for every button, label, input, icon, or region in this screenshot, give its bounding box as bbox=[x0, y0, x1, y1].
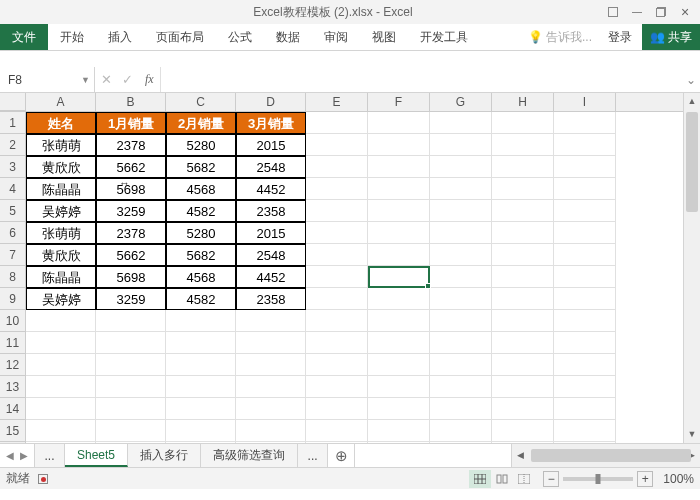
ribbon-tab-file[interactable]: 文件 bbox=[0, 24, 48, 50]
table-cell[interactable]: 4452 bbox=[236, 178, 306, 200]
sheet-nav-prev-icon[interactable]: ◀ bbox=[6, 450, 14, 461]
table-cell[interactable]: 4568 bbox=[166, 178, 236, 200]
row-header-11[interactable]: 11 bbox=[0, 332, 25, 354]
cell-H16[interactable] bbox=[492, 442, 554, 443]
row-header-10[interactable]: 10 bbox=[0, 310, 25, 332]
cell-I9[interactable] bbox=[554, 288, 616, 310]
row-header-15[interactable]: 15 bbox=[0, 420, 25, 442]
row-header-5[interactable]: 5 bbox=[0, 200, 25, 222]
cell-F16[interactable] bbox=[368, 442, 430, 443]
table-cell[interactable]: 张萌萌 bbox=[26, 134, 96, 156]
row-header-4[interactable]: 4 bbox=[0, 178, 25, 200]
cell-H2[interactable] bbox=[492, 134, 554, 156]
cell-G14[interactable] bbox=[430, 398, 492, 420]
zoom-out-button[interactable]: − bbox=[543, 471, 559, 487]
cell-C15[interactable] bbox=[166, 420, 236, 442]
cell-F10[interactable] bbox=[368, 310, 430, 332]
row-header-6[interactable]: 6 bbox=[0, 222, 25, 244]
cell-D12[interactable] bbox=[236, 354, 306, 376]
cell-C12[interactable] bbox=[166, 354, 236, 376]
table-cell[interactable]: 2548 bbox=[236, 156, 306, 178]
cell-E12[interactable] bbox=[306, 354, 368, 376]
cell-A16[interactable] bbox=[26, 442, 96, 443]
cell-A14[interactable] bbox=[26, 398, 96, 420]
cell-H9[interactable] bbox=[492, 288, 554, 310]
macro-record-icon[interactable] bbox=[38, 472, 48, 486]
row-header-3[interactable]: 3 bbox=[0, 156, 25, 178]
cell-I8[interactable] bbox=[554, 266, 616, 288]
cell-H14[interactable] bbox=[492, 398, 554, 420]
name-box[interactable]: F8▼ bbox=[0, 67, 95, 92]
cell-I5[interactable] bbox=[554, 200, 616, 222]
cell-E16[interactable] bbox=[306, 442, 368, 443]
cell-E3[interactable] bbox=[306, 156, 368, 178]
table-cell[interactable]: 5662 bbox=[96, 244, 166, 266]
cell-B12[interactable] bbox=[96, 354, 166, 376]
ribbon-tab-pagelayout[interactable]: 页面布局 bbox=[144, 24, 216, 50]
cells-grid[interactable]: 姓名1月销量2月销量3月销量张萌萌237852802015黄欣欣56625682… bbox=[26, 112, 683, 443]
cell-D14[interactable] bbox=[236, 398, 306, 420]
cell-E14[interactable] bbox=[306, 398, 368, 420]
zoom-in-button[interactable]: + bbox=[637, 471, 653, 487]
ribbon-options-icon[interactable] bbox=[602, 3, 624, 21]
table-cell[interactable]: 5280 bbox=[166, 134, 236, 156]
table-cell[interactable]: 3259 bbox=[96, 200, 166, 222]
cell-B15[interactable] bbox=[96, 420, 166, 442]
cell-F3[interactable] bbox=[368, 156, 430, 178]
cell-G11[interactable] bbox=[430, 332, 492, 354]
formula-bar[interactable] bbox=[160, 67, 682, 92]
column-header-F[interactable]: F bbox=[368, 93, 430, 111]
table-cell[interactable]: 5682 bbox=[166, 244, 236, 266]
cell-A15[interactable] bbox=[26, 420, 96, 442]
table-cell[interactable]: 陈晶晶 bbox=[26, 178, 96, 200]
cell-C11[interactable] bbox=[166, 332, 236, 354]
cell-F6[interactable] bbox=[368, 222, 430, 244]
cell-H11[interactable] bbox=[492, 332, 554, 354]
table-cell[interactable]: 3259 bbox=[96, 288, 166, 310]
fx-icon[interactable]: fx bbox=[139, 72, 160, 87]
cell-I3[interactable] bbox=[554, 156, 616, 178]
table-cell[interactable]: 5662 bbox=[96, 156, 166, 178]
table-cell[interactable]: 2378 bbox=[96, 134, 166, 156]
table-cell[interactable]: 2015 bbox=[236, 222, 306, 244]
cell-E8[interactable] bbox=[306, 266, 368, 288]
cell-F9[interactable] bbox=[368, 288, 430, 310]
column-header-B[interactable]: B bbox=[96, 93, 166, 111]
table-cell[interactable]: 4568 bbox=[166, 266, 236, 288]
cell-H10[interactable] bbox=[492, 310, 554, 332]
cell-E13[interactable] bbox=[306, 376, 368, 398]
cell-A13[interactable] bbox=[26, 376, 96, 398]
cell-G10[interactable] bbox=[430, 310, 492, 332]
cell-G12[interactable] bbox=[430, 354, 492, 376]
scroll-up-button[interactable]: ▲ bbox=[684, 93, 700, 110]
cell-F5[interactable] bbox=[368, 200, 430, 222]
cell-E10[interactable] bbox=[306, 310, 368, 332]
sheet-tab-1[interactable]: 插入多行 bbox=[128, 444, 201, 467]
cell-E5[interactable] bbox=[306, 200, 368, 222]
row-header-9[interactable]: 9 bbox=[0, 288, 25, 310]
scroll-thumb-h[interactable] bbox=[531, 449, 691, 462]
cell-F1[interactable] bbox=[368, 112, 430, 134]
cell-A11[interactable] bbox=[26, 332, 96, 354]
cell-H15[interactable] bbox=[492, 420, 554, 442]
cell-G16[interactable] bbox=[430, 442, 492, 443]
cell-I4[interactable] bbox=[554, 178, 616, 200]
cell-I12[interactable] bbox=[554, 354, 616, 376]
table-cell[interactable]: 2548 bbox=[236, 244, 306, 266]
table-cell[interactable]: 5280 bbox=[166, 222, 236, 244]
cell-H12[interactable] bbox=[492, 354, 554, 376]
sheet-tab-hidden[interactable]: ... bbox=[35, 444, 65, 467]
horizontal-scrollbar[interactable]: ◀ ▶ bbox=[511, 444, 700, 467]
cell-B10[interactable] bbox=[96, 310, 166, 332]
cell-I14[interactable] bbox=[554, 398, 616, 420]
cell-A12[interactable] bbox=[26, 354, 96, 376]
select-all-corner[interactable] bbox=[0, 93, 26, 111]
cell-C13[interactable] bbox=[166, 376, 236, 398]
table-header[interactable]: 2月销量 bbox=[166, 112, 236, 134]
table-cell[interactable]: 5698 bbox=[96, 266, 166, 288]
cell-G15[interactable] bbox=[430, 420, 492, 442]
ribbon-tab-view[interactable]: 视图 bbox=[360, 24, 408, 50]
sheet-tab-more[interactable]: ... bbox=[298, 444, 328, 467]
row-header-12[interactable]: 12 bbox=[0, 354, 25, 376]
column-header-E[interactable]: E bbox=[306, 93, 368, 111]
